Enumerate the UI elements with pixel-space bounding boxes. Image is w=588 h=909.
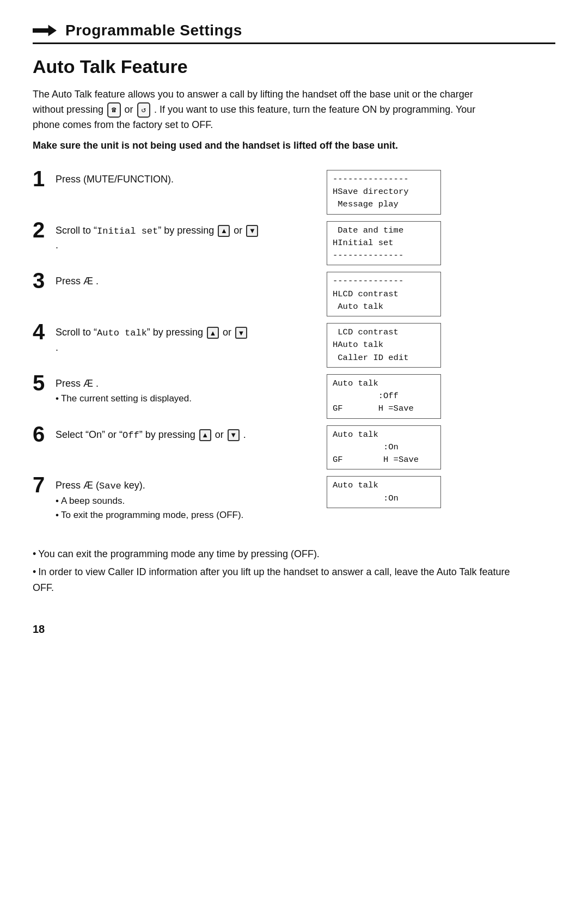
intro-or: or	[125, 104, 133, 115]
header-section: Programmable Settings	[33, 22, 555, 39]
step7-note-1: A beep sounds.	[56, 495, 327, 508]
step-left-2: 2 Scroll to “Initial set” by pressing ▲ …	[33, 220, 327, 253]
intro-warning: Make sure the unit is not being used and…	[33, 138, 501, 154]
step-right-4: LCD contrast HAuto talk Caller ID edit	[327, 322, 441, 368]
step2-text-after: ” by pressing	[158, 225, 214, 236]
down-arrow-btn-6[interactable]: ▼	[228, 429, 240, 441]
intro-paragraph: The Auto Talk feature allows you to answ…	[33, 87, 501, 133]
step6-code: Off	[122, 430, 139, 441]
step-number-4: 4	[33, 321, 56, 343]
step-right-5: Auto talk :Off GF H =Save	[327, 373, 441, 419]
step-left-5: 5 Press Æ . The current setting is displ…	[33, 373, 327, 405]
step-number-5: 5	[33, 372, 56, 394]
step-number-7: 7	[33, 474, 56, 496]
step-right-7: Auto talk :On	[327, 475, 441, 508]
up-arrow-btn[interactable]: ▲	[218, 225, 230, 237]
steps-container: 1 Press (MUTE/FUNCTION). ---------------…	[33, 169, 555, 527]
step-number-2: 2	[33, 219, 56, 241]
step4-text-after: ” by pressing	[147, 327, 203, 338]
step-content-3: Press Æ .	[56, 272, 327, 289]
step6-text-after: ” by pressing	[139, 429, 195, 440]
intro-warning-text: Make sure the unit is not being used and…	[33, 140, 398, 151]
step2-code: Initial set	[97, 226, 158, 236]
step-right-3: -------------- HLCD contrast Auto talk	[327, 271, 441, 316]
footer-note-1: You can exit the programming mode any ti…	[33, 546, 534, 562]
step2-dot: .	[56, 240, 58, 251]
step-row-3: 3 Press Æ . -------------- HLCD contrast…	[33, 271, 555, 316]
step4-text-before: Scroll to “	[56, 327, 97, 338]
step-row-2: 2 Scroll to “Initial set” by pressing ▲ …	[33, 220, 555, 266]
up-arrow-btn-4[interactable]: ▲	[207, 327, 219, 339]
handset-icon: ☎	[107, 102, 120, 118]
lcd-display-7: Auto talk :On	[327, 476, 441, 508]
step6-or: or	[215, 429, 226, 440]
step6-dot: .	[243, 429, 246, 440]
lcd-display-4: LCD contrast HAuto talk Caller ID edit	[327, 323, 441, 368]
step7-note-2: To exit the programming mode, press (OFF…	[56, 509, 327, 522]
step-content-5: Press Æ . The current setting is display…	[56, 374, 327, 405]
page-number: 18	[33, 623, 555, 636]
step-left-7: 7 Press Æ (Save key). A beep sounds. To …	[33, 475, 327, 521]
step-number-6: 6	[33, 423, 56, 445]
footer-notes: You can exit the programming mode any ti…	[33, 546, 534, 595]
step-row-6: 6 Select “On” or “Off” by pressing ▲ or …	[33, 424, 555, 470]
step-right-2: Date and time HInitial set -------------…	[327, 220, 441, 266]
step-content-7: Press Æ (Save key). A beep sounds. To ex…	[56, 476, 327, 521]
step4-code: Auto talk	[97, 328, 147, 338]
header-rule	[33, 42, 555, 44]
step4-dot: .	[56, 342, 58, 353]
step5-note: The current setting is displayed.	[56, 392, 327, 405]
step7-text-before: Press Æ (	[56, 480, 99, 491]
lcd-display-5: Auto talk :Off GF H =Save	[327, 374, 441, 419]
lcd-display-2: Date and time HInitial set -------------…	[327, 221, 441, 266]
footer-note-2: In order to view Caller ID information a…	[33, 564, 534, 596]
step-right-6: Auto talk :On GF H =Save	[327, 424, 441, 470]
step-left-3: 3 Press Æ .	[33, 271, 327, 291]
step-left-6: 6 Select “On” or “Off” by pressing ▲ or …	[33, 424, 327, 445]
step-row-4: 4 Scroll to “Auto talk” by pressing ▲ or…	[33, 322, 555, 368]
lcd-display-6: Auto talk :On GF H =Save	[327, 425, 441, 470]
step7-code: Save	[99, 481, 121, 491]
step-right-1: --------------- HSave directory Message …	[327, 169, 441, 215]
down-arrow-btn-4[interactable]: ▼	[235, 327, 247, 339]
step-left-1: 1 Press (MUTE/FUNCTION).	[33, 169, 327, 190]
up-arrow-btn-6[interactable]: ▲	[199, 429, 211, 441]
step6-text-before: Select “On” or “	[56, 429, 122, 440]
lcd-display-1: --------------- HSave directory Message …	[327, 170, 441, 215]
down-arrow-btn[interactable]: ▼	[246, 225, 258, 237]
step-left-4: 4 Scroll to “Auto talk” by pressing ▲ or…	[33, 322, 327, 355]
step7-text-after: key).	[121, 480, 145, 491]
step-row-1: 1 Press (MUTE/FUNCTION). ---------------…	[33, 169, 555, 215]
step-row-5: 5 Press Æ . The current setting is displ…	[33, 373, 555, 419]
step-number-3: 3	[33, 270, 56, 291]
step-content-4: Scroll to “Auto talk” by pressing ▲ or ▼…	[56, 323, 327, 355]
step2-or: or	[234, 225, 245, 236]
lcd-display-3: -------------- HLCD contrast Auto talk	[327, 272, 441, 316]
step-content-1: Press (MUTE/FUNCTION).	[56, 170, 327, 187]
step-content-6: Select “On” or “Off” by pressing ▲ or ▼ …	[56, 425, 327, 443]
flash-icon: ↺	[137, 102, 150, 118]
step2-text-before: Scroll to “	[56, 225, 97, 236]
step-content-2: Scroll to “Initial set” by pressing ▲ or…	[56, 221, 327, 253]
step-number-1: 1	[33, 168, 56, 190]
arrow-icon	[33, 23, 57, 38]
step4-or: or	[223, 327, 234, 338]
page-title: Auto Talk Feature	[33, 56, 555, 77]
header-title: Programmable Settings	[65, 22, 242, 39]
step-row-7: 7 Press Æ (Save key). A beep sounds. To …	[33, 475, 555, 521]
